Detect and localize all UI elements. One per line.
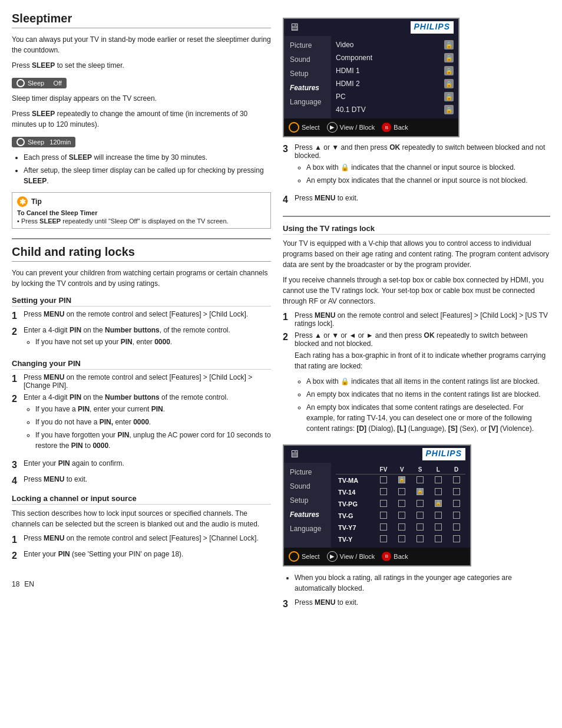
locking-step-2: 2 Enter your PIN (see 'Setting your PIN'…	[12, 550, 271, 562]
lock-icon-hdmi1	[444, 66, 454, 75]
sidebar2-picture: Picture	[284, 465, 331, 479]
exit-step-3-content: Press MENU to exit.	[295, 598, 550, 607]
rating-tvg-v	[398, 512, 405, 519]
tv-ratings-step-1: 1 Press MENU on the remote control and s…	[283, 311, 550, 328]
rating-tvma-fv	[380, 476, 387, 483]
rating-row-tvg: TV-G	[336, 510, 465, 522]
changing-pin-step-1: 1 Press MENU on the remote control and s…	[12, 373, 271, 390]
tip-cancel-title: To Cancel the Sleep Timer	[17, 209, 266, 216]
exit-step-3: 3 Press MENU to exit.	[283, 598, 550, 611]
rating-row-tv14: TV-14	[336, 486, 465, 498]
footer-back-label-1: Back	[394, 124, 408, 131]
rating-tvy7-l	[435, 523, 442, 531]
sleep-label-2: Sleep	[28, 139, 44, 146]
exit-step-num-3: 3	[283, 598, 291, 611]
left-column: Sleeptimer You can always put your TV in…	[12, 12, 271, 716]
page-footer: 18 EN	[12, 580, 271, 588]
rating-tvma-s	[416, 476, 424, 483]
monitor-icon-2: 🖥	[289, 448, 299, 460]
footer-back-2: B Back	[382, 552, 408, 561]
setting-pin-step-1: 1 Press MENU on the remote control and s…	[12, 310, 271, 322]
tv-r-step-num-2: 2	[283, 331, 291, 344]
sleep-bullets: Each press of SLEEP will increase the ti…	[24, 152, 271, 186]
sidebar-setup: Setup	[284, 67, 331, 81]
page-lang: EN	[24, 580, 34, 588]
sleep-bold-2: SLEEP	[32, 110, 55, 118]
wheel-icon-1	[289, 122, 299, 133]
step-num-1: 1	[12, 310, 20, 322]
step-1-content: Press MENU on the remote control and sel…	[24, 310, 271, 318]
tv-r-step-1-content: Press MENU on the remote control and sel…	[295, 311, 550, 328]
tv-r-step-2-content: Press ▲ or ▼ or ◄ or ► and then press OK…	[295, 331, 550, 439]
l-step-1-content: Press MENU on the remote control and sel…	[24, 534, 271, 542]
col-d: D	[447, 465, 465, 475]
tip-icon: ✱	[17, 196, 28, 207]
section-divider-1	[12, 238, 271, 239]
menu-row-dtv: 40.1 DTV	[336, 103, 454, 116]
step-2-bullets: If you have not set up your PIN, enter 0…	[35, 337, 271, 347]
tv-menu-2-sidebar: Picture Sound Setup Features Language	[284, 463, 331, 548]
rating-tvy7-d	[453, 523, 460, 531]
r-step-3-content: Press ▲ or ▼ and then press OK repeatedl…	[295, 143, 550, 190]
c-step-1-content: Press MENU on the remote control and sel…	[24, 373, 271, 390]
back-icon-2: B	[382, 552, 391, 561]
tv-r-step-num-1: 1	[283, 311, 291, 324]
locking-channel-title: Locking a channel or input source	[12, 494, 271, 505]
footer-back-label-2: Back	[394, 553, 408, 560]
sleep-bullet-1: Each press of SLEEP will increase the ti…	[24, 152, 271, 163]
sidebar-picture: Picture	[284, 38, 331, 52]
col-s: S	[411, 465, 429, 475]
tv-menu-1-content: Video Component HDMI 1 HDMI 2	[331, 36, 458, 118]
footer-select-label-2: Select	[302, 553, 320, 560]
section-divider-right	[283, 216, 550, 217]
tip-box: ✱ Tip To Cancel the Sleep Timer • Press …	[12, 192, 271, 229]
c-step-2-bullets: If you have a PIN, enter your current PI…	[35, 404, 271, 451]
sidebar-features: Features	[284, 81, 331, 95]
tv-ratings-intro-2: If you receive channels through a set-to…	[283, 275, 550, 307]
sleep-icon-2	[16, 138, 25, 146]
tv-menu-2-content: FV V S L D TV-MA	[331, 463, 470, 548]
tv-menu-2-footer: Select ▶ View / Block B Back	[284, 548, 470, 565]
rating-tvy-d	[453, 535, 460, 542]
changing-pin-step-4: 4 Press MENU to exit.	[12, 475, 271, 487]
wheel-icon-2	[289, 551, 299, 562]
sidebar-language: Language	[284, 95, 331, 109]
c-step-num-3: 3	[12, 459, 20, 472]
sidebar2-sound: Sound	[284, 479, 331, 493]
sidebar2-features: Features	[284, 508, 331, 522]
tv-menu-1-body: Picture Sound Setup Features Language Vi…	[284, 36, 458, 118]
rating-row-tvy: TV-Y	[336, 533, 465, 545]
press-sleep-para: Press SLEEP to set the sleep timer.	[12, 60, 271, 71]
r-step-num-4: 4	[283, 194, 291, 206]
rating-row-tvma: TV-MA	[336, 474, 465, 486]
press-label: Press	[12, 61, 30, 70]
col-header-empty	[336, 465, 374, 475]
rating-row-tvpg: TV-PG	[336, 498, 465, 510]
l-step-num-2: 2	[12, 550, 20, 562]
c-step-2-content: Enter a 4-digit PIN on the Number button…	[24, 393, 271, 456]
lock-icon-pc	[444, 92, 454, 101]
rating-tv14-fv	[380, 488, 387, 495]
tv-menu-1-sidebar: Picture Sound Setup Features Language	[284, 36, 331, 118]
rating-tvpg-d	[453, 500, 460, 507]
rating-tv14-l	[435, 488, 442, 495]
footer-view-block-label-2: View / Block	[340, 553, 375, 560]
sidebar2-setup: Setup	[284, 493, 331, 508]
footer-view-block-1: ▶ View / Block	[327, 122, 375, 133]
press-repeat-prefix: Press	[12, 110, 32, 118]
rating-tvy7-fv	[380, 523, 387, 531]
after-menu-bullet-1: When you block a rating, all ratings in …	[295, 572, 550, 594]
exit-step: 3 Press MENU to exit.	[283, 598, 550, 611]
sleep-label: Sleep	[28, 80, 44, 87]
tv-ratings-steps: 1 Press MENU on the remote control and s…	[283, 311, 550, 439]
lock-icon-hdmi2	[444, 79, 454, 88]
tv-menu-1-footer: Select ▶ View / Block B Back	[284, 118, 458, 136]
r-step-3-bullets: A box with 🔒 indicates that the channel …	[306, 162, 550, 186]
sleep-btn-off: Sleep Off	[12, 75, 271, 91]
footer-back-1: B Back	[382, 123, 408, 132]
ok-icon-1: ▶	[327, 122, 338, 133]
r-step-num-3: 3	[283, 143, 291, 156]
after-menu-bullets: When you block a rating, all ratings in …	[295, 572, 550, 594]
c-step-4-content: Press MENU to exit.	[24, 475, 271, 483]
right-step-3: 3 Press ▲ or ▼ and then press OK repeate…	[283, 143, 550, 190]
